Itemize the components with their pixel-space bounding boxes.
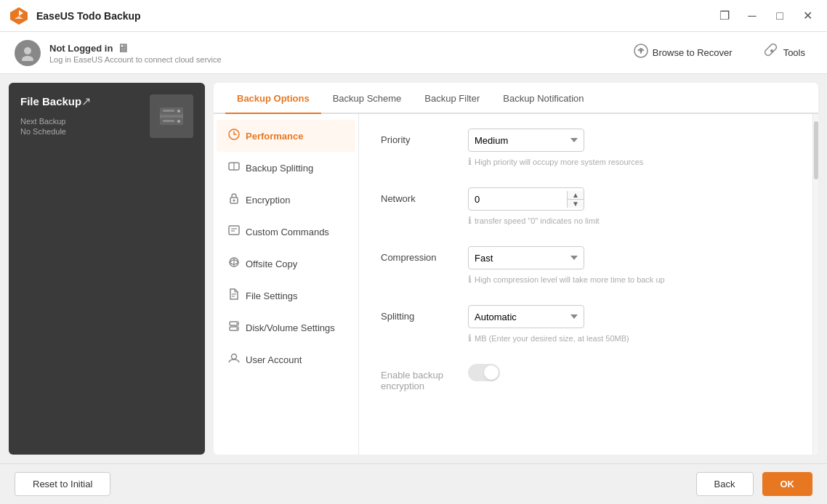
- encryption-icon: [228, 192, 240, 207]
- browse-to-recover-btn[interactable]: Browse to Recover: [626, 39, 740, 66]
- svg-point-5: [22, 56, 33, 61]
- tab-backup-filter[interactable]: Backup Filter: [413, 83, 491, 114]
- external-link-icon[interactable]: ↗: [81, 94, 91, 108]
- content-panel: Backup Options Backup Scheme Backup Filt…: [214, 83, 818, 455]
- option-encryption[interactable]: Encryption: [217, 184, 355, 216]
- svg-point-8: [770, 49, 773, 52]
- compression-control: None Fast Medium High ℹ High compression…: [468, 246, 791, 285]
- maximize-btn[interactable]: □: [769, 5, 791, 27]
- network-up-btn[interactable]: ▲: [568, 191, 584, 199]
- titlebar: EaseUS Todo Backup ❐ ─ □ ✕: [0, 0, 827, 32]
- sidebar-title-row: File Backup ↗: [20, 94, 91, 108]
- sidebar-text: File Backup ↗ Next Backup No Schedule: [20, 94, 91, 147]
- sidebar-header-row: File Backup ↗ Next Backup No Schedule: [20, 94, 193, 147]
- option-offsite-copy-label: Offsite Copy: [246, 259, 297, 269]
- recover-icon-svg: [634, 44, 648, 58]
- network-spinner-btns: ▲ ▼: [567, 191, 584, 208]
- header-actions: Browse to Recover Tools: [626, 39, 812, 66]
- compression-select[interactable]: None Fast Medium High: [468, 246, 584, 269]
- network-label: Network: [381, 187, 468, 204]
- performance-icon: [228, 129, 240, 143]
- compression-label: Compression: [381, 246, 468, 263]
- network-input[interactable]: [469, 191, 567, 208]
- svg-point-32: [232, 354, 237, 359]
- custom-commands-icon: [228, 224, 240, 239]
- splitting-control: Automatic 650 MB (CD) 2048 MB (DVD) 4096…: [468, 305, 791, 344]
- network-spinner: ▲ ▼: [468, 187, 584, 211]
- option-custom-commands[interactable]: Custom Commands: [217, 216, 355, 248]
- option-disk-volume-settings[interactable]: Disk/Volume Settings: [217, 312, 355, 344]
- sidebar-title: File Backup: [20, 95, 81, 107]
- option-encryption-label: Encryption: [246, 195, 290, 206]
- backup-splitting-icon: [228, 160, 240, 175]
- scrollbar-thumb[interactable]: [814, 121, 818, 179]
- restore-icon-btn[interactable]: ❐: [714, 5, 735, 27]
- disk-volume-icon: [228, 320, 240, 335]
- minimize-btn[interactable]: ─: [741, 5, 763, 27]
- user-sub-text: Log in EaseUS Account to connect cloud s…: [49, 55, 222, 64]
- back-btn[interactable]: Back: [696, 472, 754, 496]
- file-backup-sidebar: File Backup ↗ Next Backup No Schedule: [9, 83, 205, 455]
- reset-to-initial-btn[interactable]: Reset to Initial: [15, 472, 110, 496]
- option-offsite-copy[interactable]: Offsite Copy: [217, 248, 355, 280]
- tab-backup-options[interactable]: Backup Options: [225, 83, 321, 114]
- monitor-icon[interactable]: 🖥: [117, 42, 129, 55]
- option-disk-volume-settings-label: Disk/Volume Settings: [246, 322, 335, 333]
- svg-point-7: [640, 49, 642, 52]
- splitting-row: Splitting Automatic 650 MB (CD) 2048 MB …: [381, 305, 791, 344]
- compression-row: Compression None Fast Medium High ℹ High…: [381, 246, 791, 285]
- priority-select[interactable]: Low Medium High: [468, 129, 584, 152]
- priority-control: Low Medium High ℹ High priority will occ…: [468, 129, 791, 167]
- close-btn[interactable]: ✕: [796, 5, 818, 27]
- user-name-text: Not Logged in: [49, 43, 113, 54]
- tabs-bar: Backup Options Backup Scheme Backup Filt…: [214, 83, 818, 114]
- splitting-label: Splitting: [381, 305, 468, 322]
- option-performance[interactable]: Performance: [217, 120, 355, 152]
- splitting-select[interactable]: Automatic 650 MB (CD) 2048 MB (DVD) 4096…: [468, 305, 584, 328]
- priority-hint-icon: ℹ: [468, 156, 472, 167]
- network-down-btn[interactable]: ▼: [568, 199, 584, 208]
- tab-backup-notification[interactable]: Backup Notification: [491, 83, 595, 114]
- avatar: [15, 40, 41, 66]
- hdd-icon: [157, 102, 186, 131]
- option-user-account[interactable]: User Account: [217, 344, 355, 375]
- priority-label: Priority: [381, 129, 468, 145]
- compression-hint: ℹ High compression level will take more …: [468, 274, 791, 285]
- tab-backup-scheme[interactable]: Backup Scheme: [321, 83, 414, 114]
- user-account-icon: [228, 352, 240, 367]
- priority-hint: ℹ High priority will occupy more system …: [468, 156, 791, 167]
- svg-point-4: [24, 47, 31, 54]
- window-controls: ❐ ─ □ ✕: [714, 5, 818, 27]
- settings-area: Priority Low Medium High ℹ High priority…: [359, 114, 812, 455]
- option-backup-splitting[interactable]: Backup Splitting: [217, 152, 355, 184]
- next-backup-label: Next Backup: [20, 117, 91, 126]
- tools-btn[interactable]: Tools: [757, 39, 812, 66]
- compression-hint-text: High compression level will take more ti…: [475, 275, 665, 284]
- file-settings-icon: [228, 288, 240, 303]
- network-hint: ℹ transfer speed "0" indicates no limit: [468, 215, 791, 226]
- network-hint-text: transfer speed "0" indicates no limit: [475, 216, 600, 225]
- main-layout: File Backup ↗ Next Backup No Schedule: [0, 74, 827, 463]
- tools-icon: [765, 44, 779, 62]
- encryption-toggle[interactable]: [468, 364, 500, 381]
- user-section: Not Logged in 🖥 Log in EaseUS Account to…: [15, 40, 626, 66]
- app-title: EaseUS Todo Backup: [36, 10, 714, 22]
- priority-row: Priority Low Medium High ℹ High priority…: [381, 129, 791, 167]
- tools-icon-svg: [765, 44, 779, 58]
- backup-thumbnail: [150, 94, 193, 138]
- user-icon: [20, 45, 36, 61]
- option-backup-splitting-label: Backup Splitting: [246, 163, 313, 174]
- app-logo: [9, 6, 29, 26]
- bottom-right: Back OK: [696, 472, 812, 496]
- schedule-label: No Schedule: [20, 127, 91, 136]
- network-hint-icon: ℹ: [468, 215, 472, 226]
- encryption-toggle-label: Enable backup encryption: [381, 364, 468, 391]
- option-file-settings[interactable]: File Settings: [217, 280, 355, 312]
- user-info: Not Logged in 🖥 Log in EaseUS Account to…: [49, 42, 222, 64]
- svg-point-31: [236, 328, 238, 330]
- scrollbar-track[interactable]: [812, 114, 818, 455]
- splitting-hint-text: MB (Enter your desired size, at least 50…: [475, 334, 629, 343]
- ok-btn[interactable]: OK: [762, 472, 813, 496]
- svg-point-20: [233, 200, 235, 202]
- svg-rect-21: [229, 226, 239, 235]
